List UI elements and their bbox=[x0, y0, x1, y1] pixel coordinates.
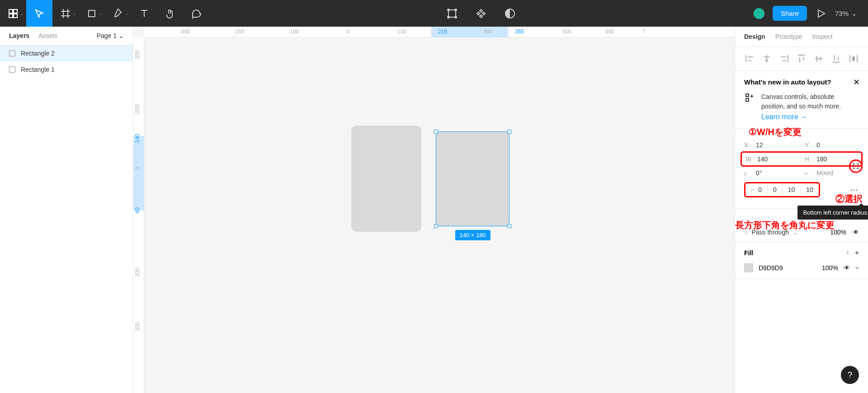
auto-layout-icon bbox=[744, 92, 755, 103]
help-button[interactable]: ? bbox=[841, 366, 859, 384]
rectangle-2-selected[interactable]: 140 × 180 bbox=[436, 131, 509, 226]
resize-handle-tr[interactable] bbox=[507, 130, 511, 134]
fill-opacity-input[interactable]: 100% bbox=[822, 264, 838, 271]
corner-tr-input[interactable]: 0 bbox=[768, 183, 783, 196]
canvas[interactable]: -300-200-10001002153003555006007 -300-20… bbox=[133, 27, 735, 393]
add-fill-button[interactable]: + bbox=[855, 249, 859, 257]
align-center-v-icon[interactable] bbox=[813, 53, 824, 64]
chevron-down-icon: ⌄ bbox=[851, 9, 857, 18]
chevron-down-icon: ⌄ bbox=[118, 32, 124, 39]
main-menu-button[interactable]: ⌄ bbox=[0, 0, 26, 27]
text-tool[interactable] bbox=[131, 0, 157, 27]
svg-rect-2 bbox=[9, 14, 13, 18]
resize-handle-tl[interactable] bbox=[434, 130, 438, 134]
align-bottom-icon[interactable] bbox=[831, 53, 842, 64]
tooltip: Bottom left corner radius bbox=[797, 206, 868, 220]
whats-new-panel: What's new in auto layout? ✕ Canvas cont… bbox=[735, 71, 868, 129]
align-left-icon[interactable] bbox=[744, 53, 755, 64]
svg-rect-5 bbox=[448, 10, 456, 17]
move-tool[interactable]: ⌄ bbox=[26, 0, 52, 27]
vertical-ruler: -300-200-140040200300 bbox=[133, 37, 144, 393]
align-center-h-icon[interactable] bbox=[761, 53, 772, 64]
visibility-icon[interactable]: 👁 bbox=[844, 264, 850, 271]
annotation-1: ①W/Hを変更 bbox=[749, 126, 802, 138]
mask-tool[interactable] bbox=[472, 0, 490, 27]
layer-item[interactable]: Rectangle 1 bbox=[0, 61, 133, 78]
user-avatar[interactable] bbox=[753, 7, 765, 20]
corner-icon: ⌐ bbox=[805, 169, 812, 177]
chevron-down-icon: ⌄ bbox=[47, 11, 50, 15]
rotation-input[interactable]: 0° bbox=[756, 169, 762, 177]
zoom-dropdown[interactable]: 73%⌄ bbox=[835, 9, 857, 18]
pen-tool[interactable]: ⌄ bbox=[105, 0, 131, 27]
resize-handle-bl[interactable] bbox=[434, 224, 438, 228]
rectangle-1[interactable] bbox=[351, 126, 421, 232]
hand-tool[interactable] bbox=[157, 0, 184, 27]
present-button[interactable] bbox=[814, 0, 828, 27]
close-icon[interactable]: ✕ bbox=[853, 77, 860, 87]
svg-rect-4 bbox=[89, 10, 95, 17]
align-right-icon[interactable] bbox=[779, 53, 790, 64]
x-label: X bbox=[744, 141, 751, 149]
shape-tool[interactable]: ⌄ bbox=[79, 0, 105, 27]
corner-bl-input[interactable]: 10 bbox=[801, 183, 819, 196]
corner-br-input[interactable]: 10 bbox=[783, 183, 801, 196]
share-button[interactable]: Share bbox=[773, 6, 807, 21]
rectangle-icon bbox=[9, 50, 15, 56]
w-label: W bbox=[745, 155, 753, 163]
align-top-icon[interactable] bbox=[796, 53, 807, 64]
tab-prototype[interactable]: Prototype bbox=[775, 33, 802, 40]
fill-hex-input[interactable]: D9D9D9 bbox=[759, 264, 783, 271]
y-label: Y bbox=[805, 141, 812, 149]
style-icon[interactable]: ⦂ bbox=[847, 249, 849, 257]
fill-swatch[interactable] bbox=[744, 263, 753, 272]
tab-inspect[interactable]: Inspect bbox=[812, 33, 833, 40]
frame-tool[interactable]: ⌄ bbox=[52, 0, 79, 27]
fill-section: Fill ⦂ + D9D9D9 100% 👁 − bbox=[735, 243, 868, 279]
x-input[interactable]: 12 bbox=[756, 141, 763, 149]
boolean-tool[interactable] bbox=[501, 0, 519, 27]
corner-tl-input[interactable]: ⌐0 bbox=[745, 183, 768, 196]
remove-fill-button[interactable]: − bbox=[855, 264, 859, 271]
svg-rect-0 bbox=[9, 9, 13, 13]
width-input[interactable]: 140 bbox=[757, 155, 768, 163]
chevron-down-icon: ⌄ bbox=[125, 11, 128, 15]
tab-layers[interactable]: Layers bbox=[9, 32, 29, 39]
design-panel: Design Prototype Inspect What's new in a… bbox=[735, 27, 868, 393]
tab-design[interactable]: Design bbox=[744, 33, 765, 40]
top-toolbar: ⌄ ⌄ ⌄ ⌄ ⌄ bbox=[0, 0, 868, 27]
comment-tool[interactable] bbox=[184, 0, 210, 27]
annotation-2: ②選択 bbox=[835, 193, 863, 205]
learn-more-link[interactable]: Learn more → bbox=[761, 113, 807, 121]
tab-assets[interactable]: Assets bbox=[38, 32, 57, 39]
horizontal-ruler: -300-200-10001002153003555006007 bbox=[144, 27, 735, 37]
svg-rect-3 bbox=[14, 14, 17, 18]
chevron-down-icon: ⌄ bbox=[99, 11, 102, 15]
layer-item[interactable]: Rectangle 2 bbox=[0, 45, 133, 61]
layers-panel: Layers Assets Page 1⌄ Rectangle 2 Rectan… bbox=[0, 27, 133, 393]
annotation-3: ③長方形下角を角丸に変更 bbox=[735, 219, 835, 231]
visibility-icon[interactable]: 👁 bbox=[853, 229, 859, 236]
h-label: H bbox=[805, 155, 812, 163]
rectangle-icon bbox=[9, 66, 15, 73]
rotation-icon: ⟀ bbox=[744, 169, 751, 177]
resize-handle-br[interactable] bbox=[507, 224, 511, 228]
height-input[interactable]: 180 bbox=[816, 155, 827, 163]
component-tool[interactable] bbox=[443, 0, 461, 27]
corner-radius-input[interactable]: Mixed bbox=[816, 169, 833, 177]
y-input[interactable]: 0 bbox=[816, 141, 820, 149]
distribute-icon[interactable] bbox=[848, 53, 859, 64]
size-badge: 140 × 180 bbox=[455, 230, 490, 240]
page-dropdown[interactable]: Page 1⌄ bbox=[97, 32, 124, 39]
independent-corners-button[interactable] bbox=[849, 159, 863, 173]
chevron-down-icon: ⌄ bbox=[20, 11, 24, 15]
svg-rect-1 bbox=[14, 9, 17, 13]
chevron-down-icon: ⌄ bbox=[73, 11, 76, 15]
